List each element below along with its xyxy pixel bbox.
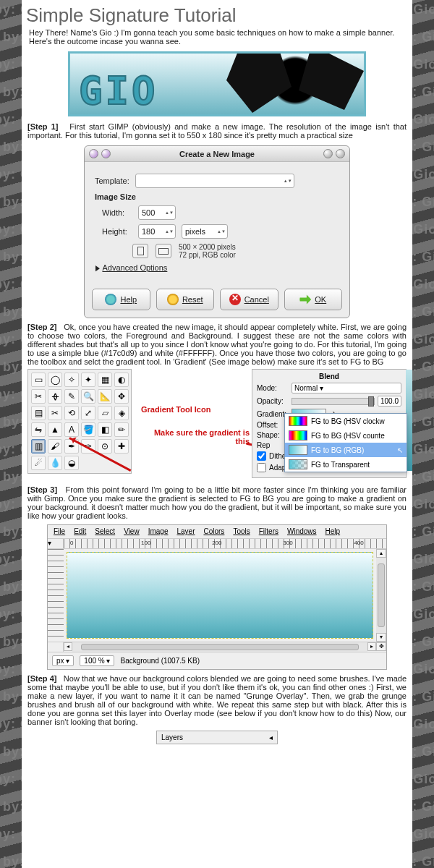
hscroll-thumb[interactable]	[81, 644, 359, 650]
advanced-options-toggle[interactable]: ▶ Advanced Options	[95, 263, 339, 273]
help-button[interactable]: Help	[92, 289, 150, 310]
tool-fuzzy-select[interactable]: ✦	[81, 373, 95, 387]
step-2-text: Ok, once you have created the new image,…	[27, 323, 407, 366]
tool-measure[interactable]: 📐	[98, 389, 112, 404]
dither-checkbox[interactable]	[257, 451, 266, 461]
scroll-up-icon[interactable]: ▴	[376, 549, 386, 558]
menu-help[interactable]: Help	[326, 527, 341, 536]
window-button-1[interactable]	[89, 149, 98, 158]
units-combo[interactable]: pixels ▲▼	[182, 224, 228, 239]
annotation-gradient-tool: Gradient Tool Icon	[141, 405, 210, 414]
zoom-select[interactable]: 100 % ▾	[80, 655, 114, 666]
tool-brush[interactable]: 🖌	[48, 439, 62, 454]
menu-filters[interactable]: Filters	[259, 527, 278, 536]
cancel-button[interactable]: Cancel	[220, 289, 278, 310]
tool-foreground[interactable]: ✂	[31, 389, 46, 404]
blend-options-panel: Blend Mode: Normal ▾ Opacity: 100.0 Grad…	[252, 369, 407, 478]
menu-windows[interactable]: Windows	[287, 527, 317, 536]
menu-file[interactable]: File	[54, 527, 65, 536]
menu-select[interactable]: Select	[95, 527, 115, 536]
tool-bucket[interactable]: 🪣	[81, 422, 95, 437]
height-input[interactable]: 180 ▲▼	[138, 224, 176, 239]
gimp-toolbox: ▭ ◯ ✧ ✦ ▦ ◐ ✂ ᚖ ✎ 🔍 📐 ✥ ▤ ✂ ⟲ ⤢ ▱ ◈ ⇋ ▲ …	[27, 369, 132, 474]
tool-shear[interactable]: ▱	[98, 406, 112, 420]
opacity-value[interactable]: 100.0	[378, 396, 401, 407]
tool-flip[interactable]: ⇋	[31, 422, 46, 437]
tool-rotate[interactable]: ⟲	[64, 406, 79, 420]
mode-label: Mode:	[257, 384, 289, 392]
gradient-dropdown: FG to BG (HSV clockw FG to BG (HSV count…	[284, 413, 407, 472]
tool-free-select[interactable]: ✧	[64, 373, 79, 387]
tool-zoom[interactable]: 🔍	[81, 389, 95, 404]
height-label: Height:	[102, 227, 132, 236]
nav-icon[interactable]: ✥	[376, 642, 386, 651]
landscape-button[interactable]	[156, 244, 171, 258]
menu-bar: File Edit Select View Image Layer Colors…	[48, 525, 386, 539]
tool-scissors[interactable]: ◐	[114, 373, 129, 387]
reset-button[interactable]: Reset	[156, 289, 215, 310]
step-2-label: [Step 2]	[27, 323, 57, 331]
tool-heal[interactable]: ✚	[114, 439, 129, 454]
tool-gradient[interactable]: ▥	[31, 439, 46, 454]
status-bar: px ▾ 100 % ▾ Background (1007.5 KB)	[48, 652, 386, 669]
opacity-slider[interactable]	[292, 398, 375, 405]
canvas[interactable]	[67, 552, 373, 639]
ok-button[interactable]: OK	[284, 289, 343, 310]
window-button-min[interactable]	[323, 149, 333, 158]
mode-combo[interactable]: Normal ▾	[292, 383, 401, 393]
tool-crop[interactable]: ✂	[48, 406, 62, 420]
template-combo[interactable]: ▲▼	[135, 174, 294, 188]
scroll-thumb[interactable]	[378, 563, 385, 627]
tool-eraser[interactable]: ◧	[98, 422, 112, 437]
ok-arrow-icon	[299, 294, 311, 305]
scroll-left-icon[interactable]: ◂	[64, 642, 72, 651]
width-input[interactable]: 500 ▲▼	[138, 205, 176, 220]
step-1-label: [Step 1]	[27, 122, 59, 131]
tool-clone[interactable]: ⊙	[98, 439, 112, 454]
portrait-button[interactable]	[132, 244, 148, 258]
tool-scale[interactable]: ⤢	[81, 406, 95, 420]
panel-menu-icon[interactable]: ◂	[269, 733, 273, 741]
tool-color-picker[interactable]: ✎	[64, 389, 79, 404]
tool-dodge[interactable]: ◒	[64, 456, 79, 470]
gimp-canvas-window: File Edit Select View Image Layer Colors…	[47, 524, 387, 670]
tool-pencil[interactable]: ✏	[114, 422, 129, 437]
vertical-scrollbar[interactable]: ▴ ▾	[376, 549, 386, 642]
adaptive-checkbox[interactable]	[257, 463, 266, 472]
tool-by-color[interactable]: ▦	[98, 373, 112, 387]
gradient-option-rgb[interactable]: FG to BG (RGB)↖	[285, 443, 407, 457]
tool-move[interactable]: ✥	[114, 389, 129, 404]
menu-colors[interactable]: Colors	[203, 527, 224, 536]
layers-title: Layers	[161, 733, 183, 741]
gradient-option-hsv-cw[interactable]: FG to BG (HSV clockw	[285, 414, 407, 428]
vertical-ruler	[48, 549, 64, 642]
menu-tools[interactable]: Tools	[233, 527, 250, 536]
tool-rect-select[interactable]: ▭	[31, 373, 46, 387]
tool-ellipse-select[interactable]: ◯	[48, 373, 62, 387]
tool-perspective[interactable]: ◈	[114, 406, 129, 420]
step-4-text: Now that we have our background colors b…	[27, 674, 407, 726]
tool-align[interactable]: ▤	[31, 406, 46, 420]
horizontal-scrollbar[interactable]: ◂ ▸ ✥	[48, 642, 386, 652]
scroll-down-icon[interactable]: ▾	[376, 633, 386, 642]
gradient-option-transparent[interactable]: FG to Transparent	[285, 457, 407, 472]
layers-panel-header: Layers ◂	[156, 731, 278, 744]
unit-select[interactable]: px ▾	[52, 655, 74, 666]
step-3-label: [Step 3]	[27, 485, 57, 494]
scroll-right-icon[interactable]: ▸	[367, 642, 376, 651]
menu-image[interactable]: Image	[148, 527, 169, 536]
image-size-heading: Image Size	[95, 192, 339, 201]
tool-cage[interactable]: ▲	[48, 422, 62, 437]
menu-edit[interactable]: Edit	[74, 527, 86, 536]
window-button-2[interactable]	[101, 149, 111, 158]
width-label: Width:	[102, 208, 132, 217]
tool-paths[interactable]: ᚖ	[48, 389, 62, 404]
window-button-close[interactable]	[336, 149, 345, 158]
gradient-option-hsv-ccw[interactable]: FG to BG (HSV counte	[285, 428, 407, 443]
menu-layer[interactable]: Layer	[176, 527, 195, 536]
tool-blur[interactable]: 💧	[48, 456, 62, 470]
tool-smudge[interactable]: ☄	[31, 456, 46, 470]
menu-view[interactable]: View	[124, 527, 140, 536]
triangle-right-icon: ▶	[95, 263, 100, 273]
ruler-corner: ▾	[48, 539, 64, 548]
